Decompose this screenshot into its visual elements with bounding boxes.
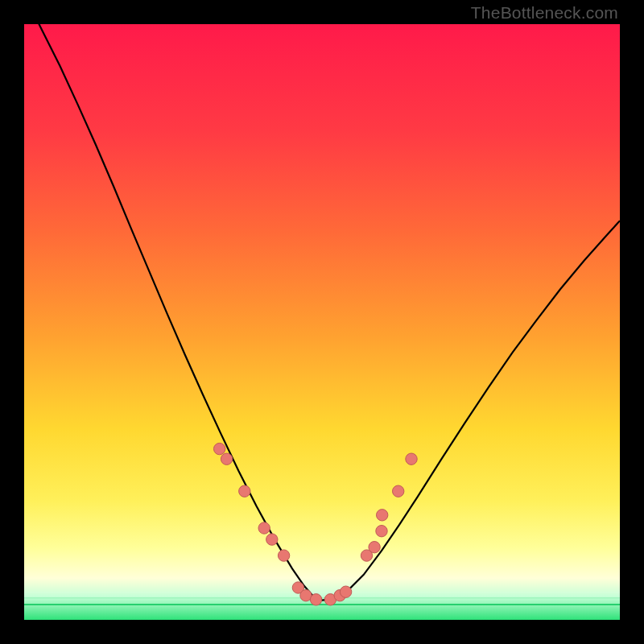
plot-area xyxy=(24,24,620,620)
svg-rect-2 xyxy=(24,597,620,599)
svg-rect-0 xyxy=(24,24,620,620)
svg-rect-1 xyxy=(24,604,620,605)
svg-rect-3 xyxy=(24,592,620,593)
watermark-text: TheBottleneck.com xyxy=(471,3,618,23)
chart-frame: TheBottleneck.com xyxy=(0,0,644,644)
background-gradient xyxy=(24,24,620,620)
